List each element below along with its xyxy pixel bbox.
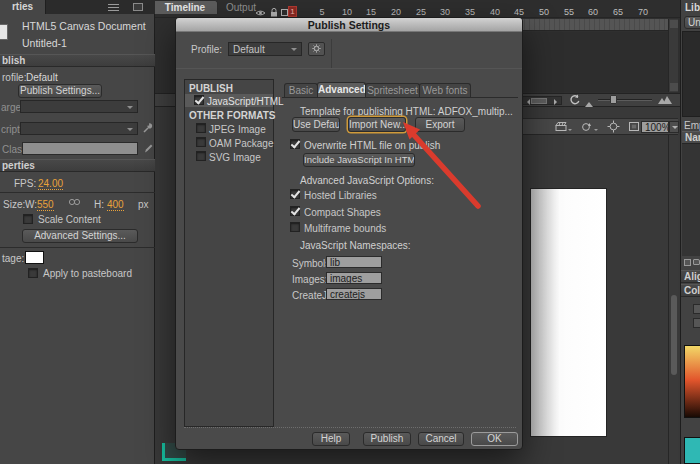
library-document-selector[interactable]: Unt (684, 16, 700, 29)
script-settings-button[interactable] (142, 122, 153, 133)
tab-web-fonts[interactable]: Web fonts (419, 83, 471, 98)
scroll-left-arrow[interactable] (524, 99, 530, 105)
clip-content-button[interactable] (628, 121, 640, 132)
export-button[interactable]: Export (415, 117, 465, 132)
dialog-vertical-divider (331, 39, 332, 68)
tab-advanced[interactable]: Advanced (317, 82, 366, 98)
dialog-profile-dropdown[interactable]: Default (228, 42, 302, 56)
footer-divider (184, 427, 516, 428)
target-dropdown[interactable] (20, 100, 138, 113)
edit-scene-button[interactable] (555, 121, 567, 132)
panel-window-icon[interactable] (133, 3, 143, 11)
include-javascript-button[interactable]: Include JavaScript In HTML... (303, 153, 415, 167)
color-panel-button[interactable] (693, 304, 700, 314)
center-frame-button[interactable] (607, 120, 620, 133)
edit-symbols-button[interactable] (580, 121, 592, 132)
ruler-number: 50 (536, 7, 552, 17)
stage-zoom-dropdown-button[interactable] (669, 121, 679, 133)
svg-image-checkbox[interactable] (196, 151, 206, 161)
timeline-hscrollbar[interactable] (522, 96, 562, 105)
panel-menu-icon[interactable] (108, 4, 119, 11)
overwrite-html-checkbox[interactable] (290, 139, 300, 149)
tab-row-baseline (282, 97, 518, 98)
symbols-input[interactable]: lib (326, 256, 382, 268)
align-panel-title[interactable]: Alig (681, 270, 700, 283)
publish-section-header[interactable]: blish (0, 54, 155, 67)
class-input[interactable] (22, 142, 138, 155)
loop-playback-button[interactable] (568, 94, 581, 106)
compact-shapes-checkbox[interactable] (290, 206, 300, 216)
library-panel-title[interactable]: Libra (685, 2, 700, 13)
cancel-button[interactable]: Cancel (418, 432, 464, 446)
format-row-javascript-html[interactable]: JavaScript/HTML (185, 94, 273, 107)
library-name-column-header[interactable]: Nam (682, 131, 700, 144)
timeline-zoom-slider[interactable] (598, 99, 652, 101)
jpeg-image-checkbox[interactable] (196, 123, 206, 133)
tab-spritesheet[interactable]: Spritesheet (365, 83, 420, 98)
multiframe-bounds-checkbox[interactable] (290, 222, 300, 232)
publish-button[interactable]: Publish (363, 432, 411, 446)
publish-settings-button[interactable]: Publish Settings... (18, 84, 102, 98)
apply-to-pasteboard-checkbox[interactable] (28, 268, 38, 278)
color-panel-button[interactable] (693, 318, 700, 328)
stage-zoom-input[interactable]: 100% (641, 121, 669, 133)
tab-output[interactable]: Output (226, 2, 256, 13)
edit-symbols-caret-icon (594, 129, 598, 133)
timeline-zoom-in-icon[interactable] (658, 95, 672, 104)
oam-package-label: OAM Package (209, 138, 273, 149)
dialog-profile-options-button[interactable] (308, 42, 325, 56)
library-list-area[interactable] (682, 144, 700, 256)
stage-canvas[interactable] (530, 188, 607, 437)
flash-application-window: Timeline Output 1 5 10 15 20 25 30 35 40… (0, 0, 700, 464)
clapperboard-icon (555, 121, 567, 132)
jpeg-image-label: JPEG Image (209, 124, 266, 135)
tab-properties[interactable]: rties (0, 0, 46, 14)
properties-section-header[interactable]: perties (0, 159, 155, 172)
zoom-slider-thumb[interactable] (610, 95, 617, 104)
document-type-label: HTML5 Canvas Document (22, 21, 146, 32)
height-value[interactable]: 400 (107, 199, 124, 211)
stage-vscroll-thumb[interactable] (671, 295, 677, 375)
link-dimensions-button[interactable] (68, 197, 81, 207)
color-cyan-swatch[interactable] (684, 437, 700, 464)
use-default-button[interactable]: Use Default (292, 117, 340, 132)
class-edit-button[interactable] (143, 142, 154, 153)
import-new-button[interactable]: Import New... (348, 117, 406, 132)
timeline-zoom-out-icon[interactable] (585, 98, 593, 107)
tab-timeline[interactable]: Timeline (152, 0, 218, 14)
scale-content-checkbox[interactable] (23, 214, 33, 224)
timeline-vscrollbar[interactable] (668, 19, 678, 92)
library-folder-icon[interactable] (693, 259, 700, 265)
width-value[interactable]: 550 (37, 199, 54, 211)
ok-button[interactable]: OK (471, 432, 518, 446)
color-panel-title[interactable]: Colo (681, 284, 700, 297)
edit-symbols-icon (580, 121, 592, 132)
tab-output-label: Output (226, 2, 256, 13)
stage-color-swatch[interactable] (25, 251, 44, 264)
stage-vscrollbar[interactable] (668, 135, 678, 464)
playhead-marker[interactable]: 1 (288, 6, 297, 17)
tab-basic[interactable]: Basic (284, 83, 318, 98)
scroll-right-arrow[interactable] (554, 99, 560, 105)
ruler-number: 25 (413, 7, 429, 17)
width-label: W: (25, 199, 37, 210)
images-input[interactable]: images (326, 272, 382, 284)
scroll-up-arrow[interactable] (670, 20, 678, 28)
hscroll-thumb[interactable] (531, 98, 547, 104)
dialog-titlebar[interactable]: Publish Settings (176, 18, 522, 32)
library-new-item-icon[interactable] (684, 259, 691, 266)
images-label: Images: (292, 274, 328, 285)
color-gradient-swatch[interactable] (684, 345, 700, 418)
fps-value[interactable]: 24.00 (38, 178, 63, 190)
javascript-html-checkbox[interactable] (194, 95, 204, 105)
hosted-libraries-checkbox[interactable] (290, 189, 300, 199)
oam-package-checkbox[interactable] (196, 137, 206, 147)
help-button[interactable]: Help (312, 432, 350, 446)
hosted-libraries-label: Hosted Libraries (304, 190, 377, 201)
ruler-number: 45 (511, 7, 527, 17)
library-item-count: Empty (684, 120, 700, 131)
advanced-settings-button[interactable]: Advanced Settings... (22, 229, 138, 243)
scroll-down-arrow[interactable] (670, 83, 678, 91)
script-dropdown[interactable] (20, 122, 138, 135)
createjs-input[interactable]: createjs (326, 288, 382, 300)
